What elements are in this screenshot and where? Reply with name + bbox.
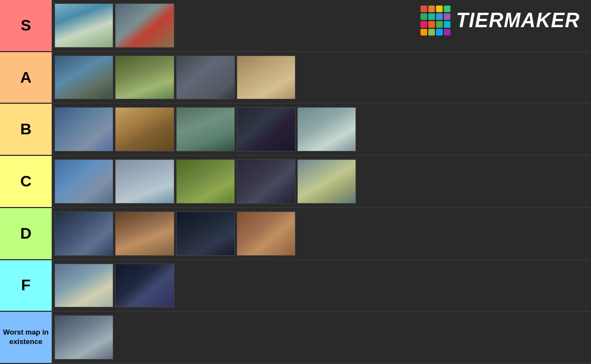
tier-items-a: [53, 52, 591, 103]
tier-label-c: C: [0, 156, 53, 207]
logo-cell: [428, 29, 435, 36]
logo-cell: [420, 29, 427, 36]
logo-cell: [444, 29, 450, 36]
logo-cell: [428, 6, 435, 12]
list-item[interactable]: [237, 107, 296, 151]
list-item[interactable]: [115, 264, 174, 308]
tier-table: TiERMAKER S A: [0, 0, 591, 364]
logo-cell: [436, 29, 443, 36]
logo-cell: [420, 21, 427, 28]
logo-cell: [436, 21, 443, 28]
logo-cell: [444, 13, 450, 20]
tier-items-worst: [53, 312, 591, 363]
list-item[interactable]: [54, 3, 113, 48]
list-item[interactable]: [237, 159, 296, 204]
list-item[interactable]: [54, 159, 113, 204]
list-item[interactable]: [176, 107, 235, 151]
tier-row-a: A: [0, 52, 591, 104]
list-item[interactable]: [115, 55, 174, 100]
list-item[interactable]: [297, 159, 356, 204]
tier-items-b: [53, 104, 591, 155]
logo-cell: [436, 13, 443, 20]
tiermaker-logo: TiERMAKER: [420, 6, 580, 36]
tier-label-a: A: [0, 52, 53, 103]
list-item[interactable]: [176, 211, 235, 256]
list-item[interactable]: [176, 159, 235, 204]
tier-label-b: B: [0, 104, 53, 155]
list-item[interactable]: [115, 211, 174, 256]
list-item[interactable]: [115, 107, 174, 151]
tier-label-f: F: [0, 260, 53, 311]
logo-text: TiERMAKER: [456, 9, 580, 32]
list-item[interactable]: [54, 55, 113, 100]
list-item[interactable]: [54, 107, 113, 151]
logo-cell: [436, 6, 443, 12]
tier-items-f: [53, 260, 591, 311]
tier-row-f: F: [0, 260, 591, 312]
logo-cell: [428, 13, 435, 20]
list-item[interactable]: [115, 3, 174, 48]
list-item[interactable]: [237, 55, 296, 100]
tier-label-d: D: [0, 208, 53, 259]
logo-cell: [444, 6, 450, 12]
tier-row-d: D: [0, 208, 591, 260]
tier-label-worst: Worst map in existence: [0, 312, 53, 363]
logo-grid: [420, 6, 450, 36]
tier-row-worst: Worst map in existence: [0, 312, 591, 364]
list-item[interactable]: [115, 159, 174, 204]
logo-cell: [420, 6, 427, 12]
logo-cell: [444, 21, 450, 28]
list-item[interactable]: [176, 55, 235, 100]
tier-items-d: [53, 208, 591, 259]
list-item[interactable]: [297, 107, 356, 151]
list-item[interactable]: [54, 315, 113, 360]
logo-cell: [420, 13, 427, 20]
logo-cell: [428, 21, 435, 28]
list-item[interactable]: [237, 211, 296, 256]
list-item[interactable]: [54, 211, 113, 256]
tier-row-c: C: [0, 156, 591, 208]
tier-label-s: S: [0, 0, 53, 51]
tier-items-c: [53, 156, 591, 207]
tier-row-b: B: [0, 104, 591, 156]
list-item[interactable]: [54, 264, 113, 308]
